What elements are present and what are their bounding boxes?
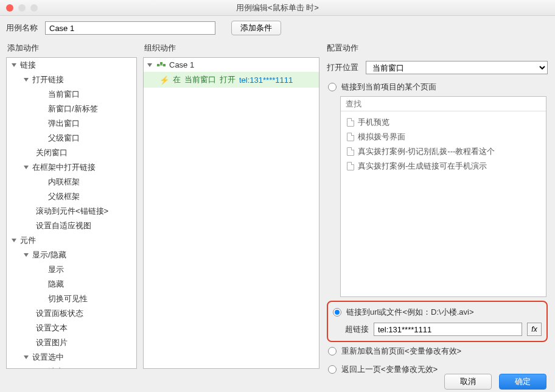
- page-icon: [347, 133, 354, 141]
- page-icon: [347, 118, 354, 127]
- radio-link-page-row[interactable]: 链接到当前项目的某个页面: [326, 78, 549, 96]
- tree-item-panel-state[interactable]: 设置面板状态: [7, 306, 136, 321]
- close-window-button[interactable]: [6, 4, 13, 12]
- tree-item-hide[interactable]: 隐藏: [7, 277, 136, 292]
- tree-label: 当前窗口: [48, 89, 80, 100]
- page-item[interactable]: 手机预览: [344, 115, 542, 130]
- tree-group-set-selected[interactable]: 设置选中: [7, 350, 136, 365]
- page-item-label: 真实拨打案例-切记别乱拨---教程看这个: [358, 146, 495, 157]
- tree-item-set-image[interactable]: 设置图片: [7, 335, 136, 350]
- tree-label: 设置选中: [32, 352, 64, 363]
- caret-down-icon: [24, 78, 29, 82]
- tree-label: 选中: [48, 366, 64, 369]
- action-target: tel:131****1111: [239, 75, 293, 85]
- organize-panel[interactable]: Case 1 ⚡ 在 当前窗口 打开 tel:131****1111: [143, 57, 319, 369]
- page-item-label: 手机预览: [358, 117, 389, 128]
- action-pre: 在: [173, 74, 181, 85]
- tree-group-open-in-frame[interactable]: 在框架中打开链接: [7, 160, 136, 175]
- tree-group-open-link[interactable]: 打开链接: [7, 72, 136, 87]
- left-panel-label: 添加动作: [6, 40, 137, 57]
- actions-tree[interactable]: 链接 打开链接 当前窗口 新窗口/新标签 弹出窗口 父级窗口 关闭窗口 在框架中…: [6, 57, 137, 369]
- caret-down-icon: [24, 166, 29, 169]
- tree-label: 显示/隐藏: [32, 250, 66, 261]
- page-item[interactable]: 模拟拨号界面: [344, 130, 542, 144]
- tree-item-current-window[interactable]: 当前窗口: [7, 87, 136, 102]
- ok-button[interactable]: 确定: [499, 374, 546, 390]
- tree-item-set-text[interactable]: 设置文本: [7, 321, 136, 335]
- tree-label: 弹出窗口: [48, 118, 80, 129]
- add-condition-button[interactable]: 添加条件: [231, 21, 281, 35]
- action-verb: 打开: [220, 74, 236, 85]
- cancel-button[interactable]: 取消: [444, 374, 492, 390]
- open-location-select[interactable]: 当前窗口: [366, 61, 548, 74]
- zoom-window-button[interactable]: [30, 4, 38, 12]
- tree-label: 设置自适应视图: [36, 220, 91, 231]
- tree-item-adaptive-view[interactable]: 设置自适应视图: [7, 219, 136, 233]
- tree-label: 关闭窗口: [36, 147, 68, 158]
- radio-reload-row[interactable]: 重新加载当前页面<变量修改有效>: [326, 342, 549, 360]
- tree-label: 在框架中打开链接: [32, 162, 96, 173]
- open-location-row: 打开位置 当前窗口: [326, 57, 549, 78]
- tree-item-toggle-visibility[interactable]: 切换可见性: [7, 292, 136, 306]
- caret-down-icon: [24, 253, 29, 257]
- radio-reload-label: 重新加载当前页面<变量修改有效>: [341, 346, 461, 357]
- tree-group-showhide[interactable]: 显示/隐藏: [7, 248, 136, 262]
- radio-icon[interactable]: [328, 347, 337, 355]
- tree-item-inline-frame[interactable]: 内联框架: [7, 175, 136, 189]
- radio-icon[interactable]: [333, 308, 341, 317]
- tree-label: 显示: [48, 264, 64, 275]
- page-item[interactable]: 真实拨打案例-生成链接可在手机演示: [344, 159, 542, 173]
- page-item-label: 模拟拨号界面: [358, 131, 405, 142]
- tree-label: 设置面板状态: [36, 308, 83, 319]
- tree-group-links[interactable]: 链接: [7, 58, 136, 72]
- tree-item-new-window[interactable]: 新窗口/新标签: [7, 102, 136, 116]
- radio-icon[interactable]: [328, 365, 337, 374]
- open-location-label: 打开位置: [327, 62, 361, 73]
- tree-label: 切换可见性: [48, 293, 88, 304]
- page-icon: [347, 147, 354, 156]
- caret-down-icon: [12, 63, 16, 67]
- fx-button[interactable]: fx: [527, 323, 542, 336]
- minimize-window-button[interactable]: [18, 4, 26, 12]
- hyperlink-label: 超链接: [345, 324, 369, 335]
- page-item-label: 真实拨打案例-生成链接可在手机演示: [358, 161, 487, 172]
- tree-item-parent-frame[interactable]: 父级框架: [7, 189, 136, 204]
- case-icon: [157, 62, 166, 68]
- caret-down-icon: [24, 355, 29, 359]
- tree-group-widgets[interactable]: 元件: [7, 233, 136, 248]
- titlebar: 用例编辑<鼠标单击 时>: [0, 0, 555, 16]
- radio-icon[interactable]: [328, 83, 337, 91]
- case-row[interactable]: Case 1: [144, 58, 319, 72]
- action-row[interactable]: ⚡ 在 当前窗口 打开 tel:131****1111: [144, 72, 319, 88]
- case-name-input[interactable]: [45, 21, 215, 35]
- window-title: 用例编辑<鼠标单击 时>: [0, 2, 555, 13]
- case-name-label: 用例名称: [6, 23, 38, 33]
- tree-item-popup-window[interactable]: 弹出窗口: [7, 116, 136, 131]
- tree-label: 设置文本: [36, 323, 68, 334]
- bolt-icon: ⚡: [159, 75, 169, 85]
- page-item[interactable]: 真实拨打案例-切记别乱拨---教程看这个: [344, 144, 542, 159]
- tree-item-show[interactable]: 显示: [7, 262, 136, 277]
- tree-item-select[interactable]: 选中: [7, 365, 136, 369]
- tree-label: 设置图片: [36, 337, 68, 348]
- page-list[interactable]: 手机预览 模拟拨号界面 真实拨打案例-切记别乱拨---教程看这个 真实拨打案例-…: [341, 111, 546, 296]
- caret-down-icon: [147, 63, 152, 67]
- tree-item-close-window[interactable]: 关闭窗口: [7, 145, 136, 160]
- tree-label: 父级框架: [48, 191, 80, 202]
- pages-search-input[interactable]: [341, 97, 546, 111]
- toolbar: 用例名称 添加条件: [0, 16, 555, 40]
- tree-item-scroll-anchor[interactable]: 滚动到元件<锚链接>: [7, 204, 136, 219]
- caret-down-icon: [12, 239, 16, 242]
- radio-link-page-label: 链接到当前项目的某个页面: [341, 82, 436, 93]
- right-panel-label: 配置动作: [326, 40, 549, 57]
- url-link-highlight: 链接到url或文件<例如：D:\小楼.avi> 超链接 fx: [327, 301, 548, 342]
- page-icon: [347, 162, 354, 170]
- hyperlink-input[interactable]: [374, 323, 522, 336]
- hyperlink-row: 超链接 fx: [333, 323, 542, 336]
- tree-label: 父级窗口: [48, 133, 80, 144]
- tree-item-parent-window[interactable]: 父级窗口: [7, 131, 136, 145]
- radio-link-url-row[interactable]: 链接到url或文件<例如：D:\小楼.avi>: [333, 307, 542, 318]
- tree-label: 链接: [20, 60, 36, 71]
- pages-box: 手机预览 模拟拨号界面 真实拨打案例-切记别乱拨---教程看这个 真实拨打案例-…: [340, 96, 546, 297]
- action-where: 当前窗口: [184, 74, 216, 85]
